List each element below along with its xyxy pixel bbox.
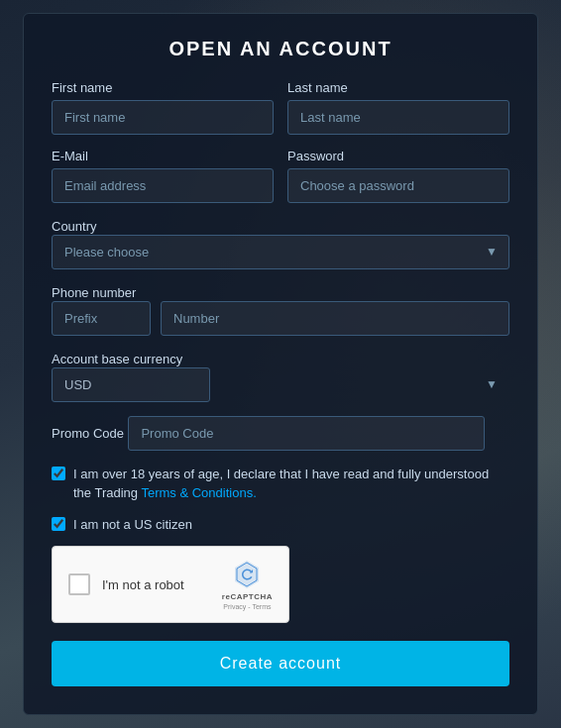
promo-group: Promo Code (52, 416, 509, 451)
phone-number-input[interactable] (161, 301, 509, 336)
phone-row (52, 301, 509, 336)
recaptcha-links: Privacy - Terms (223, 603, 271, 610)
us-citizen-checkbox[interactable] (52, 517, 65, 531)
promo-label: Promo Code (52, 426, 124, 441)
currency-label: Account base currency (52, 352, 182, 366)
recaptcha-terms-link[interactable]: Terms (252, 603, 271, 610)
last-name-group: Last name (287, 80, 509, 135)
email-password-row: E-Mail Password (52, 149, 509, 203)
recaptcha-right: reCAPTCHA Privacy - Terms (222, 559, 273, 610)
email-input[interactable] (52, 168, 274, 203)
us-citizen-checkbox-row: I am not a US citizen (52, 515, 509, 535)
terms-checkbox[interactable] (52, 467, 65, 480)
promo-input[interactable] (128, 416, 485, 451)
terms-checkbox-row: I am over 18 years of age, I declare tha… (52, 465, 509, 503)
recaptcha-logo-icon (231, 559, 263, 590)
password-group: Password (287, 149, 509, 203)
country-select[interactable]: Please choose (52, 235, 509, 269)
page-title: OPEN AN ACCOUNT (52, 38, 509, 60)
recaptcha-brand: reCAPTCHA (222, 592, 273, 601)
currency-select-wrapper: USD EUR GBP ▼ (52, 367, 509, 402)
country-group: Country Please choose ▼ (52, 217, 509, 269)
recaptcha-checkbox[interactable] (68, 573, 90, 595)
terms-link[interactable]: Terms & Conditions. (141, 485, 256, 500)
first-name-input[interactable] (52, 100, 274, 135)
recaptcha-label: I'm not a robot (102, 577, 184, 592)
country-select-wrapper: Please choose ▼ (52, 235, 509, 269)
password-label: Password (287, 149, 509, 163)
first-name-group: First name (52, 80, 274, 135)
recaptcha-privacy-link[interactable]: Privacy (223, 603, 246, 610)
phone-prefix-input[interactable] (52, 301, 151, 336)
terms-label: I am over 18 years of age, I declare tha… (73, 465, 509, 503)
email-label: E-Mail (52, 149, 274, 163)
password-input[interactable] (287, 168, 509, 203)
registration-form: OPEN AN ACCOUNT First name Last name E-M… (23, 13, 538, 716)
name-row: First name Last name (52, 80, 509, 135)
create-account-button[interactable]: Create account (52, 641, 509, 686)
currency-select[interactable]: USD EUR GBP (52, 367, 210, 402)
us-citizen-label: I am not a US citizen (73, 515, 192, 535)
phone-group: Phone number (52, 283, 509, 336)
recaptcha-left: I'm not a robot (68, 573, 184, 595)
last-name-label: Last name (287, 80, 509, 95)
email-group: E-Mail (52, 149, 274, 203)
recaptcha-widget[interactable]: I'm not a robot reCAPTCHA Privacy - Term… (52, 546, 289, 623)
last-name-input[interactable] (287, 100, 509, 135)
country-label: Country (52, 219, 97, 234)
currency-group: Account base currency USD EUR GBP ▼ (52, 350, 509, 402)
first-name-label: First name (52, 80, 274, 95)
phone-label: Phone number (52, 285, 136, 300)
currency-chevron-down-icon: ▼ (486, 377, 498, 391)
